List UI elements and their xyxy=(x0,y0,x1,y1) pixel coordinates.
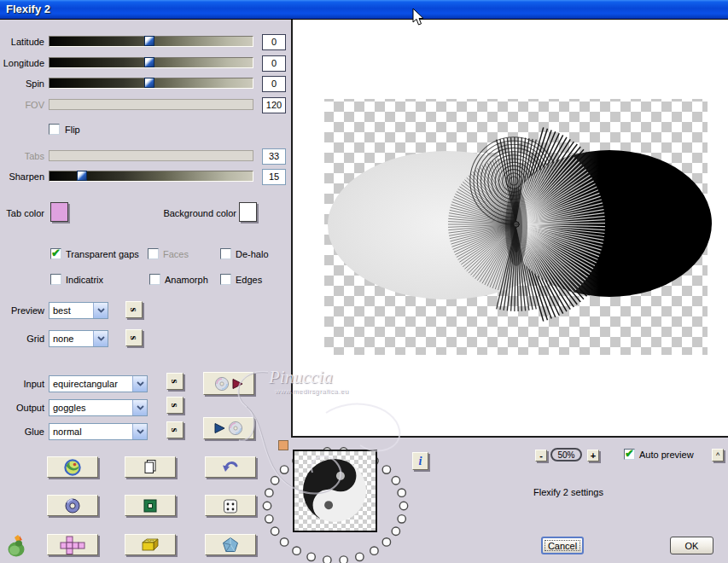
longitude-label: Longitude xyxy=(0,58,44,69)
zoom-out-button[interactable]: - xyxy=(535,450,547,461)
de-halo-label: De-halo xyxy=(236,249,269,260)
brick-button[interactable] xyxy=(125,534,176,555)
planet-button[interactable] xyxy=(47,456,98,478)
torus-button[interactable] xyxy=(47,495,98,516)
dial-dot[interactable] xyxy=(356,553,364,560)
latitude-label: Latitude xyxy=(0,37,44,48)
frame-button[interactable] xyxy=(125,495,176,516)
collapse-button[interactable]: ^ xyxy=(712,449,724,461)
dial-dot[interactable] xyxy=(265,515,273,523)
window-title: Flexify 2 xyxy=(6,3,50,15)
tabs-value[interactable]: 33 xyxy=(262,148,286,165)
anamorph-label: Anamorph xyxy=(165,275,208,286)
grid-combo[interactable]: none xyxy=(49,330,108,347)
dial-dot[interactable] xyxy=(398,515,405,523)
latitude-value[interactable]: 0 xyxy=(262,34,286,50)
chevron-down-icon[interactable] xyxy=(132,424,147,439)
thumbnail-preview xyxy=(293,450,377,532)
dial-dot[interactable] xyxy=(382,466,390,473)
thumbnail-swirl xyxy=(294,451,376,531)
slider-thumb-icon[interactable] xyxy=(144,36,154,46)
fov-label: FOV xyxy=(0,100,44,111)
transparent-gaps-label: Transparent gaps xyxy=(66,249,139,260)
input-s-button[interactable]: s xyxy=(166,373,183,390)
dial-dot[interactable] xyxy=(392,527,399,535)
indicatrix-checkbox[interactable]: ✔ xyxy=(50,274,61,285)
chevron-down-icon[interactable] xyxy=(93,331,108,346)
tabs-label: Tabs xyxy=(0,151,44,162)
chevron-down-icon[interactable] xyxy=(93,303,108,318)
fov-slider xyxy=(49,99,253,110)
slider-thumb-icon[interactable] xyxy=(77,171,87,181)
tab-color-label: Tab color xyxy=(0,208,44,219)
dial-dot[interactable] xyxy=(399,502,407,509)
preview-s-button[interactable]: s xyxy=(125,301,143,318)
dial-dot[interactable] xyxy=(271,477,278,485)
edges-checkbox[interactable]: ✔ xyxy=(220,274,231,285)
output-s-button[interactable]: s xyxy=(166,397,183,414)
preview-combo[interactable]: best xyxy=(49,302,108,319)
dial-dot[interactable] xyxy=(307,553,315,560)
anamorph-checkbox[interactable]: ✔ xyxy=(149,274,160,285)
sharpen-value[interactable]: 15 xyxy=(262,169,286,185)
spin-value[interactable]: 0 xyxy=(262,76,286,92)
edges-label: Edges xyxy=(236,275,262,286)
dial-dot[interactable] xyxy=(382,538,390,546)
flip-checkbox[interactable]: ✔ xyxy=(49,124,60,135)
background-color-label: Background color xyxy=(159,208,236,219)
slider-thumb-icon[interactable] xyxy=(144,78,154,88)
dial-dot[interactable] xyxy=(280,466,288,473)
auto-preview-label: Auto preview xyxy=(639,450,694,461)
dial-dot[interactable] xyxy=(271,527,278,535)
undo-button[interactable] xyxy=(205,456,256,478)
glue-combo[interactable]: normal xyxy=(49,423,148,440)
dial-dot[interactable] xyxy=(263,502,271,509)
dial-dot[interactable] xyxy=(265,489,273,496)
polyhedron-button[interactable] xyxy=(205,534,256,555)
dial-dot[interactable] xyxy=(280,538,288,546)
cancel-button[interactable]: Cancel xyxy=(541,537,584,554)
dial-dot[interactable] xyxy=(340,556,347,563)
longitude-slider[interactable] xyxy=(49,57,253,68)
preview-render xyxy=(293,20,728,436)
ok-button[interactable]: OK xyxy=(670,537,713,554)
tab-color-swatch[interactable] xyxy=(50,202,68,222)
longitude-value[interactable]: 0 xyxy=(262,55,286,72)
chevron-down-icon[interactable] xyxy=(132,400,147,415)
dial-dot[interactable] xyxy=(323,556,331,563)
dial-dot[interactable] xyxy=(398,489,405,496)
chevron-down-icon[interactable] xyxy=(132,376,147,392)
dial-dot[interactable] xyxy=(370,547,378,554)
dial-dot[interactable] xyxy=(293,547,300,554)
auto-preview-checkbox[interactable]: ✔ xyxy=(624,449,635,460)
input-combo[interactable]: equirectangular xyxy=(49,375,148,392)
glue-combo-label: Glue xyxy=(0,427,44,438)
output-combo[interactable]: goggles xyxy=(49,399,148,416)
flexify-dialog: Flexify 2 Latitude 0 Longitude 0 Spin 0 … xyxy=(0,0,728,563)
load-from-disk-button[interactable] xyxy=(203,372,254,395)
info-button[interactable]: i xyxy=(412,452,428,470)
title-bar[interactable]: Flexify 2 xyxy=(0,0,728,20)
copy-icon xyxy=(142,459,159,476)
slider-thumb-icon[interactable] xyxy=(144,57,154,67)
glue-s-button[interactable]: s xyxy=(166,421,183,438)
disk-load-icon xyxy=(212,376,246,392)
sharpen-slider[interactable] xyxy=(49,171,253,182)
dice-button[interactable] xyxy=(205,495,256,516)
dial-marker[interactable] xyxy=(278,440,288,450)
background-color-swatch[interactable] xyxy=(239,202,257,222)
copy-button[interactable] xyxy=(125,456,176,478)
de-halo-checkbox[interactable]: ✔ xyxy=(220,248,231,259)
grid-s-button[interactable]: s xyxy=(125,329,143,346)
spin-slider[interactable] xyxy=(49,78,253,89)
faces-label: Faces xyxy=(163,249,189,260)
cube-net-button[interactable] xyxy=(47,534,98,555)
latitude-slider[interactable] xyxy=(49,36,253,47)
save-to-disk-button[interactable] xyxy=(203,417,254,439)
sharpen-label: Sharpen xyxy=(0,171,44,183)
flip-label: Flip xyxy=(65,125,80,136)
zoom-in-button[interactable]: + xyxy=(587,450,599,461)
dial-dot[interactable] xyxy=(392,477,399,485)
transparent-gaps-checkbox[interactable]: ✔ xyxy=(50,248,61,259)
fov-value[interactable]: 120 xyxy=(262,97,286,113)
